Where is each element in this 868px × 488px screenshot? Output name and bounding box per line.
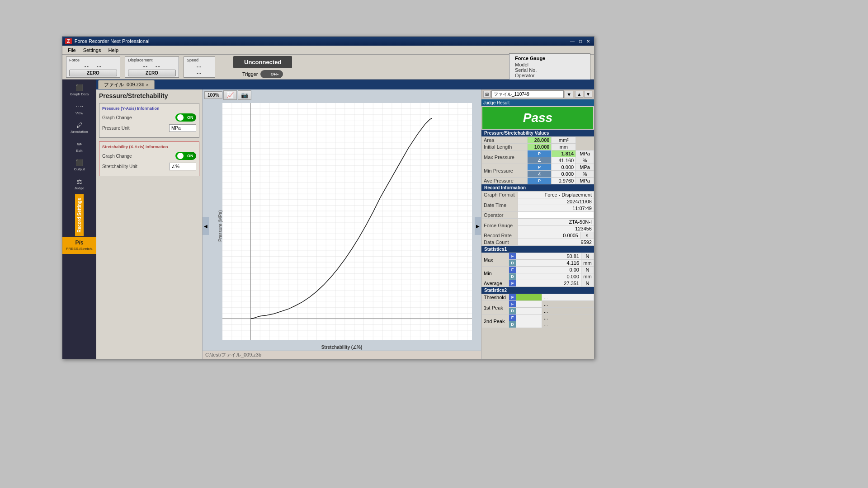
stretch-graph-change-row: Graph Change ON [102, 152, 196, 160]
settings-panel: Pressure/Stretchability Pressure (Y-Axis… [96, 89, 203, 359]
graph-icon-btn-2[interactable]: 📷 [238, 90, 251, 100]
avg-f-value: 27.351 [516, 280, 581, 287]
table-row: Max F 50.81 N [482, 253, 594, 260]
sidebar-item-view[interactable]: 〰 View [62, 100, 96, 118]
zoom-level-button[interactable]: 100% [204, 91, 222, 99]
judge-result-title: Judge Result [481, 99, 594, 106]
connection-button[interactable]: Unconnected [233, 56, 292, 68]
max-f-value: 50.81 [516, 253, 581, 260]
scroll-down-button[interactable]: ▼ [584, 91, 592, 98]
table-row: 1st Peak F ... [482, 301, 594, 308]
menu-help[interactable]: Help [104, 47, 122, 54]
table-view-button[interactable]: ⊞ [483, 91, 491, 98]
record-settings-label: Record Settings [75, 194, 84, 236]
sidebar-item-edit[interactable]: ✏ Edit [62, 138, 96, 156]
main-area: ⬛ Graph Data 〰 View 🖊 Annotation ✏ Edit … [62, 80, 594, 359]
ave-pressure-p-value: 0.9760 [552, 178, 576, 184]
area-label: Area [482, 137, 528, 144]
menu-file[interactable]: File [64, 47, 80, 54]
toggle-off-label: OFF [270, 72, 278, 76]
toolbar: Force -- -- ZERO Displacement -- -- ZERO… [62, 55, 594, 80]
max-pressure-p-value: 1.814 [552, 150, 576, 157]
max-pressure-d-unit: % [576, 157, 594, 164]
table-row: Data Count 9592 [482, 239, 594, 246]
pressure-unit-row: Pressure Unit [102, 124, 196, 132]
force-gauge-serial: 123456 [518, 225, 594, 232]
stretch-toggle-knob [177, 153, 184, 159]
force-zero-button[interactable]: ZERO [69, 70, 117, 76]
graph-icon-btn-1[interactable]: 📈 [223, 90, 237, 100]
app-window: Z Force Recorder Next Professional — □ ✕… [62, 36, 594, 359]
graph-arrow-right[interactable]: ▶ [475, 217, 481, 235]
sidebar-item-output[interactable]: ⬛ Output [62, 156, 96, 174]
trigger-label: Trigger [242, 71, 258, 77]
graph-format-label: Graph Format [482, 192, 518, 198]
scroll-up-button[interactable]: ▲ [575, 91, 583, 98]
title-bar: Z Force Recorder Next Professional — □ ✕ [62, 37, 594, 46]
stretch-graph-change-toggle[interactable]: ON [175, 152, 196, 160]
ps-values-title: Pressure/Stretchability Values [481, 130, 594, 136]
close-button[interactable]: ✕ [585, 39, 591, 44]
operator-label: Operator [482, 212, 518, 219]
speed-gauge-group: Speed -- -- [184, 56, 215, 78]
tab-file[interactable]: ファイル_009.z3b × [98, 80, 155, 89]
date-time-label: Date Time [482, 198, 518, 212]
statistics1-section: Statistics1 Max F 50.81 N D 4.116 [481, 246, 594, 287]
maximize-button[interactable]: □ [578, 39, 583, 44]
sidebar-item-judge[interactable]: ⚖ Judge [62, 175, 96, 193]
fg-model-label: Model [515, 62, 528, 67]
displacement-gauge-group: Displacement -- -- ZERO [125, 56, 179, 78]
pressure-section: Pressure (Y-Axis) Information Graph Chan… [99, 103, 199, 138]
max-d-unit: mm [581, 260, 594, 267]
file-dropdown-button[interactable]: ▼ [565, 91, 573, 98]
pressure-graph-change-label: Graph Change [102, 115, 132, 120]
threshold-label: Threshold [482, 294, 509, 301]
min-d-value: 0.000 [516, 273, 581, 280]
data-count-label: Data Count [482, 239, 518, 246]
max-f-unit: N [581, 253, 594, 260]
date-value: 2024/11/08 [518, 198, 594, 205]
pressure-unit-label: Pressure Unit [102, 126, 130, 131]
table-row: Min F 0.00 N [482, 267, 594, 273]
max-pressure-p-unit: MPa [576, 150, 594, 157]
max-pressure-d-value: 41.160 [552, 157, 576, 164]
graph-arrow-left[interactable]: ◀ [203, 217, 209, 235]
statistics2-table: Threshold F ... 1st Peak F ... [481, 294, 594, 328]
minimize-button[interactable]: — [569, 39, 576, 44]
disp-value1: -- [143, 63, 148, 69]
pressure-unit-input[interactable] [169, 124, 196, 132]
trigger-toggle[interactable]: OFF [260, 70, 283, 78]
displacement-label: Displacement [128, 58, 176, 62]
table-row: Graph Format Force - Displacement [482, 192, 594, 198]
max-pressure-p-icon: P [527, 150, 552, 157]
graph-toolbar: 100% 📈 📷 [203, 89, 481, 101]
sidebar-item-annotation[interactable]: 🖊 Annotation [62, 119, 96, 137]
x-axis-label: Stretchability (∠%) [321, 345, 363, 350]
threshold-f-value [516, 294, 542, 301]
edit-icon: ✏ [77, 141, 82, 148]
file-selector[interactable] [491, 90, 564, 98]
second-peak-label: 2nd Peak [482, 314, 509, 328]
statistics2-section: Statistics2 Threshold F ... 1st Peak F [481, 287, 594, 328]
ave-pressure-p-unit: MPa [576, 178, 594, 184]
stretch-unit-input[interactable] [169, 163, 196, 170]
panel-title: Pressure/Stretchability [99, 92, 199, 99]
pressure-toggle-knob [177, 114, 184, 121]
max-d-icon: D [509, 260, 516, 267]
tab-close-button[interactable]: × [146, 83, 148, 87]
statistics1-title: Statistics1 [481, 246, 594, 253]
stretch-toggle-label: ON [187, 154, 193, 158]
ps-values-table: Area 28.000 mm² Initial Length 10.000 mm… [481, 136, 594, 184]
menu-settings[interactable]: Settings [80, 47, 105, 54]
max-f-icon: F [509, 253, 516, 260]
sidebar-item-press-stretch[interactable]: P/s PRESS./Stretch. [62, 237, 96, 254]
force-gauge-serial-row: Serial No. [515, 67, 585, 73]
displacement-zero-button[interactable]: ZERO [128, 70, 176, 76]
first-peak-label: 1st Peak [482, 301, 509, 314]
sidebar-label-annotation: Annotation [71, 130, 88, 134]
min-pressure-label: Min Pressure [482, 164, 528, 178]
force-gauge-group: Force -- -- ZERO [66, 56, 120, 78]
sidebar-item-graph-data[interactable]: ⬛ Graph Data [62, 81, 96, 99]
min-pressure-p-unit: MPa [576, 164, 594, 171]
pressure-graph-change-toggle[interactable]: ON [175, 113, 196, 122]
